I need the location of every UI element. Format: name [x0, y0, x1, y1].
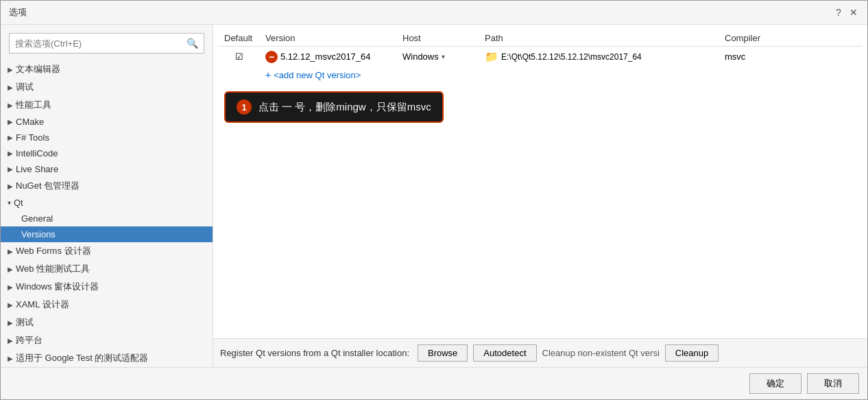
- compiler-label: msvc: [725, 51, 745, 62]
- sidebar-item-label: Live Share: [16, 164, 58, 174]
- sidebar-item-text-editor[interactable]: ▶文本编辑器: [1, 60, 213, 78]
- title-bar: 选项 ? ✕: [1, 1, 867, 25]
- qt-versions-table: Default Version Host Path Compiler ☑: [219, 30, 862, 83]
- expand-arrow: ▶: [8, 134, 13, 141]
- search-input[interactable]: [15, 38, 186, 49]
- add-version-row[interactable]: + <add new Qt version>: [219, 67, 862, 83]
- folder-icon: 📁: [485, 50, 498, 63]
- table-row: ☑ − 5.12.12_msvc2017_64 Windows: [219, 47, 862, 67]
- footer-bar: Register Qt versions from a Qt installer…: [213, 338, 867, 367]
- sidebar-item-label: CMake: [16, 117, 44, 127]
- search-icon: 🔍: [186, 38, 198, 49]
- dialog-footer: 确定 取消: [1, 367, 867, 399]
- col-path: Path: [479, 30, 719, 47]
- cancel-button[interactable]: 取消: [807, 373, 859, 394]
- expand-arrow: ▶: [8, 283, 13, 291]
- sidebar-item-debug[interactable]: ▶调试: [1, 78, 213, 96]
- sidebar-item-label: 测试: [16, 316, 34, 329]
- sidebar-item-label: XAML 设计器: [16, 298, 69, 311]
- compiler-cell: msvc: [719, 47, 862, 67]
- col-host: Host: [397, 30, 479, 47]
- close-button[interactable]: ✕: [848, 7, 859, 18]
- main-content: Default Version Host Path Compiler ☑: [213, 25, 867, 367]
- sidebar-list: ▶文本编辑器▶调试▶性能工具▶CMake▶F# Tools▶IntelliCod…: [1, 60, 213, 367]
- sidebar-item-qt[interactable]: ▾Qt: [1, 195, 213, 211]
- sidebar-item-cross-platform[interactable]: ▶跨平台: [1, 331, 213, 349]
- title-bar-controls: ? ✕: [833, 7, 859, 18]
- ok-button[interactable]: 确定: [749, 373, 801, 394]
- remove-version-button[interactable]: −: [265, 51, 278, 63]
- expand-arrow: ▶: [8, 319, 13, 327]
- sidebar-item-label: F# Tools: [16, 132, 49, 143]
- expand-arrow: ▶: [8, 84, 13, 91]
- sidebar-item-label: 性能工具: [16, 99, 51, 111]
- expand-arrow: ▶: [8, 102, 13, 109]
- expand-arrow: ▶: [8, 150, 13, 157]
- sidebar-item-qt-general[interactable]: General: [1, 211, 213, 226]
- browse-button[interactable]: Browse: [418, 344, 468, 362]
- sidebar-item-web-forms[interactable]: ▶Web Forms 设计器: [1, 242, 213, 260]
- sidebar-item-test[interactable]: ▶测试: [1, 314, 213, 331]
- sidebar-item-label: General: [21, 213, 53, 224]
- help-button[interactable]: ?: [833, 7, 844, 18]
- default-checkbox-cell[interactable]: ☑: [219, 47, 260, 67]
- host-dropdown-arrow[interactable]: ▾: [442, 53, 445, 60]
- sidebar-item-xaml[interactable]: ▶XAML 设计器: [1, 296, 213, 314]
- host-label: Windows: [402, 51, 439, 62]
- sidebar-item-cmake[interactable]: ▶CMake: [1, 114, 213, 130]
- cleanup-button[interactable]: Cleanup: [665, 344, 719, 362]
- sidebar-item-label: 调试: [16, 81, 34, 93]
- sidebar-item-label: IntelliCode: [16, 148, 58, 158]
- sidebar-item-label: 文本编辑器: [16, 63, 60, 75]
- tooltip-text: 点击 一 号，删除mingw，只保留msvc: [258, 101, 431, 114]
- sidebar-item-fsharp-tools[interactable]: ▶F# Tools: [1, 130, 213, 145]
- dialog-title: 选项: [9, 6, 27, 19]
- checkbox-checked-icon: ☑: [235, 51, 243, 62]
- sidebar-item-qt-versions[interactable]: Versions: [1, 226, 213, 242]
- sidebar-item-label: Web Forms 设计器: [16, 245, 91, 257]
- expand-arrow: ▶: [8, 355, 13, 362]
- sidebar-item-google-test[interactable]: ▶适用于 Google Test 的测试适配器: [1, 349, 213, 367]
- expand-arrow: ▶: [8, 248, 13, 255]
- col-version: Version: [260, 30, 397, 47]
- version-cell: − 5.12.12_msvc2017_64: [260, 47, 397, 67]
- sidebar-item-web-perf[interactable]: ▶Web 性能测试工具: [1, 260, 213, 278]
- options-dialog: 选项 ? ✕ 🔍 ▶文本编辑器▶调试▶性能工具▶CMake▶F# Tools▶I…: [0, 0, 868, 400]
- table-header-row: Default Version Host Path Compiler: [219, 30, 862, 47]
- path-cell: 📁 E:\Qt\Qt5.12.12\5.12.12\msvc2017_64: [479, 47, 719, 67]
- sidebar-item-label: 跨平台: [16, 334, 43, 346]
- sidebar-item-intellicode[interactable]: ▶IntelliCode: [1, 145, 213, 161]
- collapse-arrow: ▾: [8, 199, 11, 207]
- sidebar-item-perf-tools[interactable]: ▶性能工具: [1, 96, 213, 114]
- plus-icon: +: [265, 69, 271, 80]
- sidebar-item-label: Web 性能测试工具: [16, 263, 90, 275]
- path-label: E:\Qt\Qt5.12.12\5.12.12\msvc2017_64: [501, 52, 642, 62]
- add-version-label: <add new Qt version>: [274, 70, 361, 80]
- search-box[interactable]: 🔍: [9, 33, 204, 54]
- sidebar-item-label: Windows 窗体设计器: [16, 281, 99, 293]
- expand-arrow: ▶: [8, 183, 13, 190]
- expand-arrow: ▶: [8, 118, 13, 126]
- host-cell: Windows ▾: [397, 47, 479, 67]
- sidebar: 🔍 ▶文本编辑器▶调试▶性能工具▶CMake▶F# Tools▶IntelliC…: [1, 25, 213, 367]
- expand-arrow: ▶: [8, 266, 13, 273]
- sidebar-item-label: Versions: [21, 229, 56, 239]
- autodetect-button[interactable]: Autodetect: [473, 344, 536, 362]
- expand-arrow: ▶: [8, 66, 13, 73]
- sidebar-item-windows-forms[interactable]: ▶Windows 窗体设计器: [1, 278, 213, 296]
- dialog-body: 🔍 ▶文本编辑器▶调试▶性能工具▶CMake▶F# Tools▶IntelliC…: [1, 25, 867, 367]
- sidebar-item-label: NuGet 包管理器: [16, 180, 80, 192]
- tooltip-balloon: 1 点击 一 号，删除mingw，只保留msvc: [224, 91, 444, 123]
- expand-arrow: ▶: [8, 301, 13, 309]
- col-compiler: Compiler: [719, 30, 862, 47]
- cleanup-text: Cleanup non-existent Qt versi: [542, 348, 660, 358]
- sidebar-item-label: 适用于 Google Test 的测试适配器: [16, 352, 148, 364]
- sidebar-item-label: Qt: [14, 198, 23, 208]
- tooltip-number: 1: [237, 99, 252, 115]
- col-default: Default: [219, 30, 260, 47]
- table-area: Default Version Host Path Compiler ☑: [213, 25, 867, 338]
- sidebar-item-live-share[interactable]: ▶Live Share: [1, 161, 213, 177]
- search-container: 🔍: [1, 25, 213, 60]
- sidebar-item-nuget[interactable]: ▶NuGet 包管理器: [1, 177, 213, 195]
- expand-arrow: ▶: [8, 337, 13, 344]
